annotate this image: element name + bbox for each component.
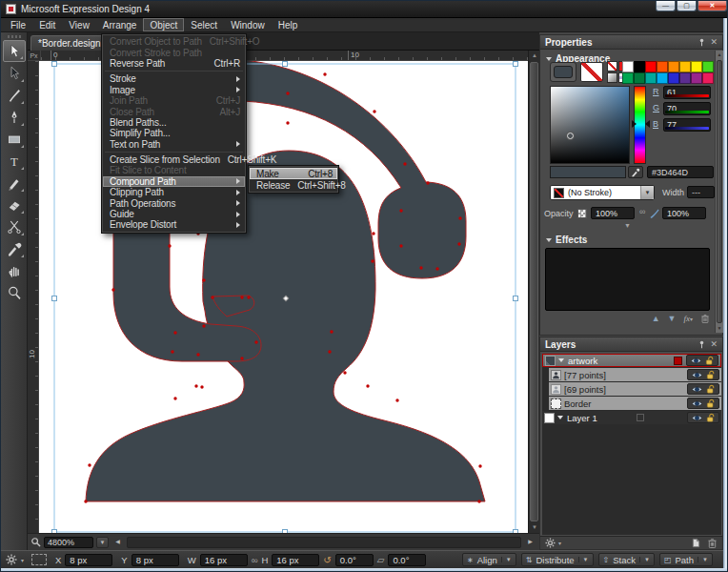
tool-zoom[interactable]	[3, 281, 26, 303]
anchor-point[interactable]	[168, 244, 171, 247]
menu-item-reverse-path[interactable]: Reverse PathCtrl+R	[103, 58, 245, 69]
layers-panel-header[interactable]: Layers ✕	[540, 337, 722, 352]
canvas-horizontal-scrollbar[interactable]	[127, 537, 521, 548]
anchor-point[interactable]	[111, 288, 114, 291]
unlock-icon[interactable]	[706, 398, 716, 408]
anchor-point[interactable]	[200, 385, 203, 388]
anchor-point[interactable]	[399, 244, 402, 247]
tool-pencil[interactable]	[3, 172, 26, 194]
menubar-item-view[interactable]: View	[62, 18, 96, 31]
expand-triangle-icon[interactable]	[557, 416, 563, 419]
gradient-swatch[interactable]	[607, 72, 617, 83]
tool-text[interactable]	[3, 150, 26, 172]
palette-swatch[interactable]	[702, 72, 714, 84]
anchor-point[interactable]	[240, 296, 243, 298]
unlock-icon[interactable]	[705, 356, 715, 365]
path-button[interactable]: ◰Path▼	[659, 553, 713, 566]
palette-swatch[interactable]	[634, 61, 645, 72]
hex-color-field[interactable]: #3D464D	[647, 166, 714, 178]
rotation-field[interactable]: 0.0°	[335, 554, 374, 566]
layer-options-gear-icon[interactable]	[545, 538, 556, 548]
fill-opacity-field[interactable]: 100%	[591, 207, 635, 219]
minimize-button[interactable]: —	[656, 1, 676, 11]
palette-swatch[interactable]	[691, 61, 702, 72]
add-effect-button[interactable]: fx▾	[683, 314, 693, 323]
maximize-button[interactable]: ▢	[677, 1, 697, 11]
ruler-unit-box[interactable]: Px	[28, 51, 41, 61]
tool-selection[interactable]	[3, 40, 26, 62]
anchor-point[interactable]	[426, 181, 429, 184]
palette-swatch[interactable]	[657, 61, 668, 72]
palette-swatch[interactable]	[668, 72, 679, 84]
anchor-point[interactable]	[211, 296, 213, 298]
gear-dropdown-chevron[interactable]: ▾	[21, 557, 24, 563]
move-up-icon[interactable]: ▲	[652, 314, 660, 323]
channel-value-field[interactable]: 77	[663, 118, 711, 132]
unlock-icon[interactable]	[706, 384, 716, 394]
menu-item-stroke[interactable]: Stroke	[103, 73, 245, 84]
anchor-point[interactable]	[286, 92, 289, 94]
selection-handle[interactable]	[52, 62, 57, 67]
tool-scissors[interactable]	[3, 215, 26, 237]
scrollbar-thumb[interactable]	[530, 62, 538, 521]
anchor-point[interactable]	[196, 353, 199, 356]
anchor-point[interactable]	[457, 242, 460, 245]
link-wh-icon[interactable]: ∞	[252, 555, 258, 565]
eye-icon[interactable]	[691, 371, 703, 379]
h-field[interactable]: 16 px	[272, 554, 319, 566]
palette-swatch[interactable]	[668, 61, 679, 72]
anchor-point[interactable]	[371, 259, 374, 262]
anchor-point[interactable]	[202, 278, 205, 281]
canvas-vertical-scrollbar[interactable]: ▲ ▼	[528, 51, 539, 533]
new-layer-icon[interactable]	[691, 538, 701, 548]
menu-item-close-path[interactable]: Close PathAlt+J	[103, 106, 245, 116]
stroke-opacity-field[interactable]: 100%	[662, 207, 706, 219]
menubar-item-object[interactable]: Object	[143, 18, 184, 31]
palette-swatch[interactable]	[634, 72, 645, 84]
menu-item-convert-stroke-to-path[interactable]: Convert Stroke to Path	[103, 47, 245, 57]
x-field[interactable]: 8 px	[65, 554, 112, 566]
selection-handle[interactable]	[52, 296, 57, 301]
dropdown-chevron-icon[interactable]: ▼	[698, 557, 708, 562]
eye-icon[interactable]	[691, 414, 703, 422]
fill-swatch[interactable]	[550, 62, 576, 82]
menubar-item-window[interactable]: Window	[224, 18, 272, 31]
panel-close-icon[interactable]: ✕	[710, 339, 718, 349]
stroke-width-field[interactable]: ---	[687, 186, 715, 198]
anchor-point[interactable]	[395, 398, 398, 401]
menu-item-make[interactable]: MakeCtrl+8	[250, 168, 337, 179]
channel-value-field[interactable]: 61	[663, 86, 711, 99]
delete-layer-icon[interactable]	[707, 538, 718, 548]
menu-item-simplify-path[interactable]: Simplify Path...	[103, 128, 245, 138]
menubar-item-arrange[interactable]: Arrange	[96, 18, 144, 31]
trash-icon[interactable]	[700, 314, 710, 323]
eye-icon[interactable]	[691, 385, 703, 394]
anchor-point[interactable]	[330, 330, 333, 333]
eye-icon[interactable]	[691, 399, 703, 408]
anchor-point[interactable]	[403, 162, 406, 165]
properties-scrollbar[interactable]: ▲ ▼	[715, 51, 723, 333]
layer-color-chip[interactable]	[674, 357, 682, 365]
scroll-down-icon[interactable]: ▼	[716, 324, 723, 333]
menu-item-path-operations[interactable]: Path Operations	[103, 197, 245, 208]
options-gear-icon[interactable]	[6, 554, 17, 565]
anchor-point[interactable]	[478, 464, 481, 467]
saturation-value-picker[interactable]	[550, 86, 630, 164]
anchor-point[interactable]	[419, 266, 422, 269]
layer-row-artwork[interactable]: artwork	[542, 354, 721, 367]
dropdown-chevron-icon[interactable]: ▼	[578, 557, 589, 562]
selection-handle[interactable]	[514, 62, 518, 67]
dropdown-chevron-icon[interactable]: ▼	[501, 557, 512, 562]
anchor-point[interactable]	[373, 110, 375, 112]
menu-item-guide[interactable]: Guide	[103, 209, 245, 219]
anchor-point[interactable]	[194, 384, 197, 387]
menubar-item-select[interactable]: Select	[184, 18, 224, 31]
hue-marker-right[interactable]	[645, 120, 650, 128]
move-down-icon[interactable]: ▼	[668, 314, 677, 323]
layer-row-69-points[interactable]: [69 points]	[549, 382, 721, 396]
menu-item-blend-paths[interactable]: Blend Paths...	[103, 117, 245, 128]
anchor-point[interactable]	[286, 121, 289, 124]
zoom-dropdown-icon[interactable]: ▼	[96, 537, 109, 548]
menu-item-compound-path[interactable]: Compound Path	[103, 176, 245, 187]
palette-swatch[interactable]	[622, 61, 634, 72]
